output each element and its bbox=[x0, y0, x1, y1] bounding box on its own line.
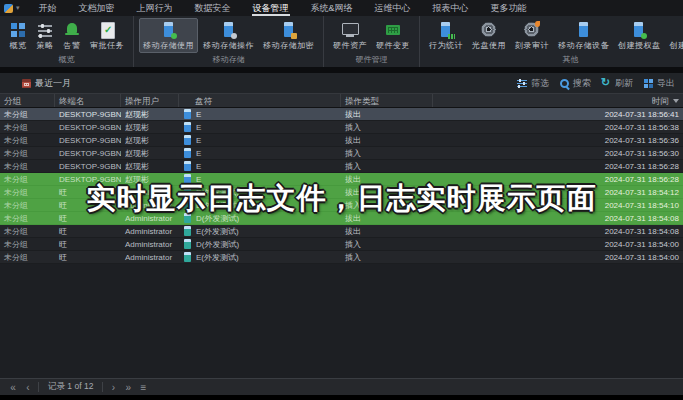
prev-page-button[interactable]: ‹ bbox=[23, 380, 33, 395]
ribbon-button-create-encrypt-disk[interactable]: 创建加密盘 bbox=[666, 18, 683, 53]
menu-item-3[interactable]: 数据安全 bbox=[184, 0, 242, 16]
window-bottom-edge bbox=[0, 395, 683, 400]
ribbon-button-hardware-change[interactable]: 硬件变更 bbox=[372, 18, 414, 53]
filter-button[interactable]: 筛选 bbox=[517, 77, 549, 90]
next-page-button[interactable]: › bbox=[108, 380, 118, 395]
logo-caret-icon[interactable]: ▾ bbox=[16, 4, 20, 12]
menu-item-2[interactable]: 上网行为 bbox=[126, 0, 184, 16]
ribbon-button-hardware-asset[interactable]: 硬件资产 bbox=[329, 18, 371, 53]
date-range-label: 最近一月 bbox=[35, 77, 71, 90]
top-menus: 开始文档加密上网行为数据安全设备管理系统&网络运维中心报表中心更多功能 bbox=[28, 0, 538, 16]
usb-drive-icon bbox=[184, 226, 191, 236]
menu-bar: ▾ 开始文档加密上网行为数据安全设备管理系统&网络运维中心报表中心更多功能 bbox=[0, 0, 683, 16]
status-bar: «‹ 记录 1 of 12 ›»≡ bbox=[0, 378, 683, 395]
usb-drive-icon bbox=[184, 135, 191, 145]
ribbon-button-alert-bell[interactable]: 告警 bbox=[59, 18, 85, 53]
ribbon-button-overview-grid[interactable]: 概览 bbox=[5, 18, 31, 53]
ribbon-button-usb-usage[interactable]: 移动存储使用 bbox=[139, 18, 198, 53]
table-row[interactable]: 未分组 旺 Administrator E(外发测试) 插入 2024-07-3… bbox=[0, 251, 683, 264]
ribbon-group: 移动存储使用 移动存储操作 移动存储加密 移动存储 bbox=[134, 16, 324, 67]
hardware-change-icon bbox=[384, 21, 402, 39]
hardware-asset-icon bbox=[341, 21, 359, 39]
table-row[interactable]: 未分组 旺 Administrator D(外发测试) 插入 2024-07-3… bbox=[0, 199, 683, 212]
table-row[interactable]: 未分组 DESKTOP-9GBNA80 赵现彬 E 插入 2024-07-31 … bbox=[0, 121, 683, 134]
alert-bell-icon bbox=[63, 21, 81, 39]
ribbon-button-policy-sliders[interactable]: 策略 bbox=[32, 18, 58, 53]
table-row[interactable]: 未分组 旺 Administrator D(外发测试) 插入 2024-07-3… bbox=[0, 238, 683, 251]
column-filter-arrow-icon[interactable] bbox=[673, 99, 679, 103]
divider bbox=[102, 382, 103, 392]
column-header-1[interactable]: 终端名 bbox=[55, 94, 121, 107]
policy-sliders-icon bbox=[36, 21, 54, 39]
column-header-2[interactable]: 操作用户 bbox=[121, 94, 179, 107]
page-menu-button[interactable]: ≡ bbox=[138, 380, 148, 395]
column-header-4[interactable]: 操作类型 bbox=[341, 94, 433, 107]
record-counter: 记录 1 of 12 bbox=[44, 381, 97, 393]
usb-encrypt-icon bbox=[280, 21, 298, 39]
table-empty-area bbox=[0, 264, 683, 378]
usb-drive-icon bbox=[184, 239, 191, 249]
ribbon-button-behavior-stats[interactable]: 行为统计 bbox=[425, 18, 467, 53]
create-auth-disk-icon bbox=[630, 21, 648, 39]
usb-drive-icon bbox=[184, 122, 191, 132]
table-row[interactable]: 未分组 DESKTOP-9GBNA80 赵现彬 E 拔出 2024-07-31 … bbox=[0, 134, 683, 147]
menu-item-0[interactable]: 开始 bbox=[28, 0, 68, 16]
ribbon-button-usb-operation[interactable]: 移动存储操作 bbox=[199, 18, 258, 53]
menu-item-4[interactable]: 设备管理 bbox=[242, 0, 300, 16]
refresh-button[interactable]: 刷新 bbox=[601, 77, 633, 90]
ribbon-button-approval-tasks[interactable]: 审批任务 bbox=[86, 18, 128, 53]
ribbon-button-usb-device[interactable]: 移动存储设备 bbox=[554, 18, 613, 53]
menu-item-1[interactable]: 文档加密 bbox=[68, 0, 126, 16]
ribbon-group-label: 移动存储 bbox=[139, 53, 318, 67]
first-page-button[interactable]: « bbox=[8, 380, 18, 395]
usb-drive-icon bbox=[184, 187, 191, 197]
console-window: ▾ 开始文档加密上网行为数据安全设备管理系统&网络运维中心报表中心更多功能 概览… bbox=[0, 0, 683, 400]
ribbon-button-usb-encrypt[interactable]: 移动存储加密 bbox=[259, 18, 318, 53]
column-header-5[interactable]: 时间 bbox=[433, 94, 683, 107]
table-row[interactable]: 未分组 旺 Administrator E(外发测试) 拔出 2024-07-3… bbox=[0, 186, 683, 199]
last-page-button[interactable]: » bbox=[123, 380, 133, 395]
filter-icon bbox=[517, 78, 528, 89]
approval-tasks-icon bbox=[98, 21, 116, 39]
table-row[interactable]: 未分组 DESKTOP-9GBNA80 赵现彬 E 拔出 2024-07-31 … bbox=[0, 173, 683, 186]
table-row[interactable]: 未分组 DESKTOP-9GBNA80 赵现彬 E 拔出 2024-07-31 … bbox=[0, 108, 683, 121]
usb-device-icon bbox=[575, 21, 593, 39]
menu-item-7[interactable]: 报表中心 bbox=[422, 0, 480, 16]
usb-drive-icon bbox=[184, 174, 191, 184]
menu-item-5[interactable]: 系统&网络 bbox=[300, 0, 364, 16]
table-row[interactable]: 未分组 旺 Administrator D(外发测试) 拔出 2024-07-3… bbox=[0, 212, 683, 225]
usb-drive-icon bbox=[184, 148, 191, 158]
date-range-filter[interactable]: 最近一月 bbox=[22, 77, 71, 90]
ribbon-button-create-auth-disk[interactable]: 创建授权盘 bbox=[614, 18, 665, 53]
ribbon-group: 概览 策略 告警 审批任务 概览 bbox=[0, 16, 134, 67]
app-logo-icon[interactable] bbox=[4, 4, 13, 13]
log-table: 未分组 DESKTOP-9GBNA80 赵现彬 E 拔出 2024-07-31 … bbox=[0, 108, 683, 264]
calendar-icon bbox=[22, 79, 31, 88]
ribbon-group: 行为统计 光盘使用 刻录审计 移动存储设备 创建授权盘 创建加密盘 其他 bbox=[420, 16, 683, 67]
menu-item-8[interactable]: 更多功能 bbox=[480, 0, 538, 16]
table-row[interactable]: 未分组 DESKTOP-9GBNA80 赵现彬 E 插入 2024-07-31 … bbox=[0, 147, 683, 160]
table-row[interactable]: 未分组 DESKTOP-9GBNA80 赵现彬 E 插入 2024-07-31 … bbox=[0, 160, 683, 173]
overview-grid-icon bbox=[9, 21, 27, 39]
usb-drive-icon bbox=[184, 200, 191, 210]
usb-usage-icon bbox=[160, 21, 178, 39]
ribbon-button-cd-usage[interactable]: 光盘使用 bbox=[468, 18, 510, 53]
usb-operation-icon bbox=[220, 21, 238, 39]
refresh-icon bbox=[601, 78, 612, 89]
log-toolbar: 最近一月 筛选 搜索 刷新 导出 bbox=[0, 73, 683, 93]
ribbon-group: 硬件资产 硬件变更 硬件管理 bbox=[324, 16, 420, 67]
column-header-0[interactable]: 分组 bbox=[0, 94, 55, 107]
ribbon-toolbar: 概览 策略 告警 审批任务 概览 移动存储使用 移动存储操作 移动存储加密 移动… bbox=[0, 16, 683, 68]
column-header-3[interactable]: 盘符 bbox=[179, 94, 341, 107]
menu-item-6[interactable]: 运维中心 bbox=[364, 0, 422, 16]
export-button[interactable]: 导出 bbox=[643, 77, 675, 90]
usb-drive-icon bbox=[184, 161, 191, 171]
table-row[interactable]: 未分组 旺 Administrator E(外发测试) 拔出 2024-07-3… bbox=[0, 225, 683, 238]
ribbon-button-burn-audit[interactable]: 刻录审计 bbox=[511, 18, 553, 53]
search-icon bbox=[559, 78, 570, 89]
toolbar-actions: 筛选 搜索 刷新 导出 bbox=[517, 77, 675, 90]
divider bbox=[38, 382, 39, 392]
burn-audit-icon bbox=[523, 21, 541, 39]
search-button[interactable]: 搜索 bbox=[559, 77, 591, 90]
ribbon-group-label: 概览 bbox=[5, 53, 128, 67]
